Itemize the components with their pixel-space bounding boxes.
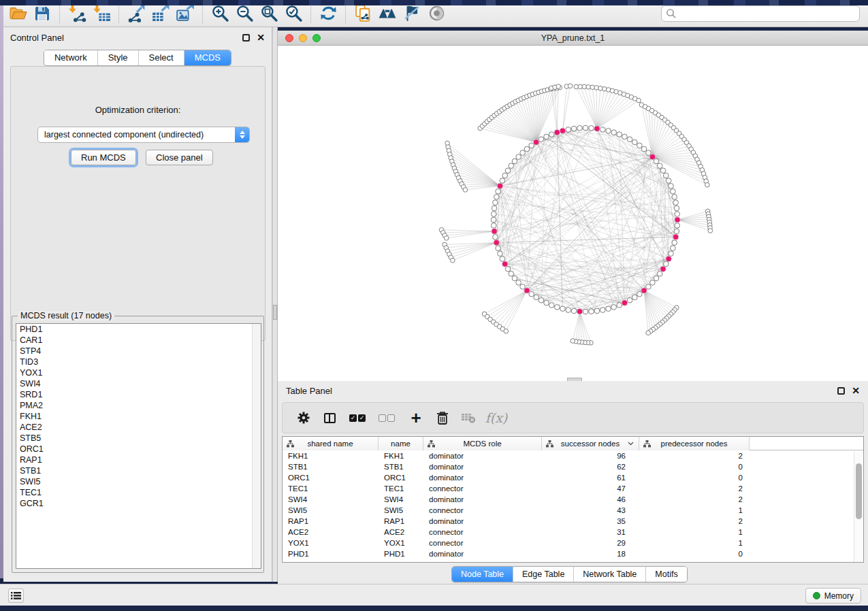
table-tab-edge-table[interactable]: Edge Table [513,567,573,582]
network-node[interactable] [529,143,534,148]
birdseye-button[interactable] [424,3,449,24]
mcds-result-item[interactable]: TEC1 [16,487,261,498]
network-node[interactable] [708,229,713,233]
column-header-name[interactable]: name [379,437,423,450]
network-node[interactable] [566,127,571,133]
mcds-list-scrollbar[interactable] [252,324,261,568]
network-node[interactable] [589,309,594,314]
mcds-dominator-node[interactable] [560,128,565,133]
gear-button[interactable] [292,407,315,429]
column-header-successor-nodes[interactable]: successor nodes [542,437,639,450]
network-node[interactable] [606,306,611,312]
column-header-MCDS-role[interactable]: MCDS role [423,437,542,450]
network-window-titlebar[interactable]: YPA_prune.txt_1 [278,31,868,46]
network-node[interactable] [491,212,496,217]
table-row[interactable]: TEC1TEC1connector472 [283,483,864,494]
select-all-button[interactable]: ✓ ✓ [344,407,371,429]
mcds-dominator-node[interactable] [577,309,582,314]
network-node[interactable] [674,229,679,234]
network-node[interactable] [674,205,679,211]
network-node[interactable] [617,303,622,308]
network-node[interactable] [512,159,517,164]
network-node[interactable] [492,205,497,211]
table-scrollbar[interactable] [854,451,863,562]
network-node[interactable] [646,284,652,290]
network-node[interactable] [496,246,501,251]
mcds-result-item[interactable]: SWI4 [16,378,261,389]
tab-select[interactable]: Select [138,50,184,65]
tab-mcds[interactable]: MCDS [184,50,231,65]
mcds-dominator-node[interactable] [554,130,560,135]
network-node[interactable] [509,163,514,169]
mcds-result-item[interactable]: PHD1 [16,324,261,335]
network-node[interactable] [627,137,632,142]
zoom-in-button[interactable] [208,3,232,24]
network-node[interactable] [509,271,514,277]
export-table-button[interactable] [148,3,173,24]
mcds-dominator-node[interactable] [673,234,679,240]
network-node[interactable] [664,173,669,178]
network-node[interactable] [498,251,503,257]
criterion-dropdown[interactable]: largest connected component (undirected) [37,127,250,143]
network-node[interactable] [529,291,534,297]
vertical-splitter[interactable] [272,27,278,582]
network-node[interactable] [671,246,676,251]
save-session-button[interactable] [30,3,54,24]
mcds-result-item[interactable]: YOX1 [16,367,261,378]
network-node[interactable] [641,146,647,152]
network-node[interactable] [657,271,662,277]
column-header-predecessor-nodes[interactable]: predecessor nodes [639,437,750,450]
network-node[interactable] [524,146,530,152]
network-node[interactable] [669,251,674,257]
splitter-handle[interactable] [273,305,277,320]
network-node[interactable] [654,276,659,281]
network-node[interactable] [660,168,666,174]
network-node[interactable] [675,223,680,229]
run-mcds-button[interactable]: Run MCDS [71,150,136,165]
zoom-fit-button[interactable] [257,3,281,24]
network-node[interactable] [672,195,677,200]
mcds-result-item[interactable]: GCR1 [16,498,261,509]
delete-table-button[interactable] [455,407,481,429]
network-node[interactable] [544,300,549,306]
network-node[interactable] [493,234,498,240]
float-panel-icon[interactable] [242,34,250,42]
network-node[interactable] [646,150,652,156]
network-node[interactable] [516,280,521,286]
network-node[interactable] [571,126,577,131]
mcds-dominator-node[interactable] [492,229,497,234]
close-mcds-button[interactable]: Close panel [146,150,213,165]
deselect-all-button[interactable] [371,407,402,429]
network-node[interactable] [666,178,671,184]
network-node[interactable] [664,261,669,267]
network-node[interactable] [570,339,575,344]
network-node[interactable] [622,134,628,139]
network-node[interactable] [494,195,499,200]
table-row[interactable]: SWI5SWI5connector431 [283,505,864,516]
function-builder-button[interactable]: f(x) [481,407,511,429]
network-node[interactable] [627,298,632,303]
column-header-shared-name[interactable]: shared name [283,437,379,450]
mcds-dominator-node[interactable] [666,256,671,261]
table-scrollbar-thumb[interactable] [856,463,862,519]
network-node[interactable] [568,84,573,88]
table-row[interactable]: ACE2ACE2connector311 [283,527,864,538]
network-node[interactable] [520,150,526,156]
mcds-result-list[interactable]: PHD1CAR1STP4TID3YOX1SWI4SRD1PMA2FKH1ACE2… [16,323,261,569]
network-node[interactable] [632,295,638,300]
network-node[interactable] [500,257,505,262]
table-row[interactable]: ORC1ORC1dominator610 [283,472,864,483]
network-node[interactable] [491,217,496,222]
network-node[interactable] [594,308,600,314]
network-node[interactable] [549,303,555,308]
close-panel-icon[interactable]: ✕ [257,34,265,42]
network-node[interactable] [669,184,674,189]
mcds-result-item[interactable]: SRD1 [16,389,261,400]
network-node[interactable] [516,154,521,160]
export-network-button[interactable] [124,3,148,24]
network-node[interactable] [606,128,611,133]
network-node[interactable] [654,159,659,164]
tab-style[interactable]: Style [97,50,138,65]
graphics-details-button[interactable] [400,3,424,24]
network-node[interactable] [539,298,544,303]
